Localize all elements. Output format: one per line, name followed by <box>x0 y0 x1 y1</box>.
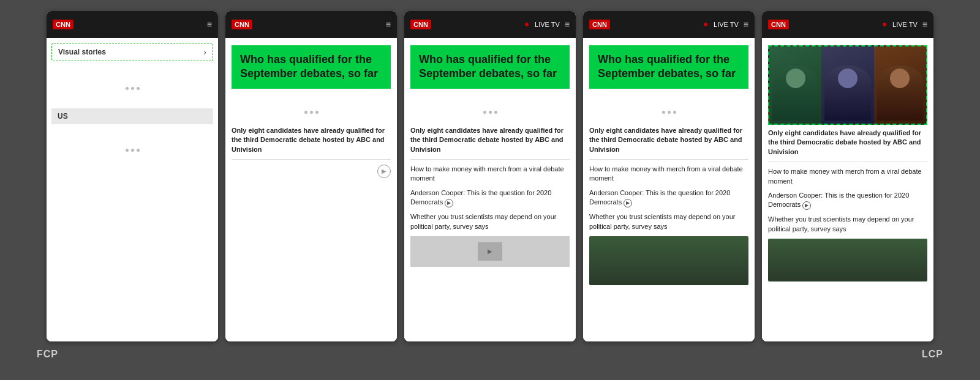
phone-3-header: CNN LIVE TV ≡ <box>404 11 576 38</box>
live-tv-label-5: LIVE TV <box>892 21 918 28</box>
article-5-2[interactable]: Anderson Cooper: This is the question fo… <box>768 191 927 210</box>
dot-5 <box>131 149 134 152</box>
visual-stories-label: Visual stories <box>58 48 106 56</box>
loading-area-4 <box>589 99 748 126</box>
phone-2-content: Who has qualified for the September deba… <box>225 38 397 189</box>
phone-4-body: Who has qualified for the September deba… <box>583 38 755 341</box>
phone-1: CNN ≡ Visual stories › US <box>47 11 218 341</box>
ld4-3 <box>673 111 676 114</box>
headline-box-2: Who has qualified for the September deba… <box>232 45 391 89</box>
hamburger-icon-2[interactable]: ≡ <box>386 20 391 29</box>
divider-5a <box>768 162 927 162</box>
cnn-logo-3: CNN <box>410 20 431 29</box>
cnn-logo-2: CNN <box>232 20 252 29</box>
live-dot-5 <box>883 23 886 26</box>
ld3 <box>315 111 318 114</box>
ld2 <box>310 111 313 114</box>
phone-3-body: Who has qualified for the September deba… <box>404 38 576 341</box>
headline-text-3: Who has qualified for the September deba… <box>419 53 561 81</box>
divider-2a <box>232 159 391 160</box>
cnn-logo-4: CNN <box>589 20 610 29</box>
loading-dots-2 <box>51 130 213 170</box>
header-right-4: LIVE TV ≡ <box>704 20 748 29</box>
loading-area-2 <box>232 99 391 126</box>
phone-5: CNN LIVE TV ≡ <box>762 11 933 341</box>
dot-1 <box>126 87 129 90</box>
loading-area-3 <box>410 99 570 126</box>
ld1 <box>304 111 307 114</box>
article-3-2[interactable]: Anderson Cooper: This is the question fo… <box>410 188 570 207</box>
divider-4a <box>589 159 748 160</box>
ld4-1 <box>662 111 665 114</box>
phone-4-header: CNN LIVE TV ≡ <box>583 11 755 38</box>
us-label: US <box>51 108 213 124</box>
hamburger-icon-4[interactable]: ≡ <box>744 20 748 29</box>
phone-4: CNN LIVE TV ≡ Who has qualified for the … <box>583 11 755 341</box>
phone-2-header: CNN ≡ <box>225 11 397 38</box>
header-right-5: LIVE TV ≡ <box>883 20 927 29</box>
phone-1-header: CNN ≡ <box>47 11 218 38</box>
video-play-2[interactable]: ▶ <box>232 165 391 178</box>
phone-2-body: Who has qualified for the September deba… <box>225 38 397 341</box>
article-3-1[interactable]: How to make money with merch from a vira… <box>410 165 570 184</box>
header-right-3: LIVE TV ≡ <box>525 20 570 29</box>
article-main-4: Only eight candidates have already quali… <box>589 126 748 154</box>
arrow-right-icon: › <box>203 47 206 57</box>
phone-4-content: Who has qualified for the September deba… <box>583 38 755 292</box>
phone-1-body: Visual stories › US <box>47 38 218 341</box>
visual-stories-bar[interactable]: Visual stories › <box>51 43 213 61</box>
ld3-3 <box>494 111 497 114</box>
article-4-2[interactable]: Anderson Cooper: This is the question fo… <box>589 188 748 207</box>
phone-5-body: Only eight candidates have already quali… <box>762 38 933 341</box>
headline-box-3: Who has qualified for the September deba… <box>410 45 570 89</box>
headline-box-4: Who has qualified for the September deba… <box>589 45 748 89</box>
lcp-label: LCP <box>922 349 943 360</box>
article-4-1[interactable]: How to make money with merch from a vira… <box>589 165 748 184</box>
ld4-2 <box>668 111 671 114</box>
dot-2 <box>131 87 134 90</box>
hamburger-icon-1[interactable]: ≡ <box>207 20 212 29</box>
live-dot-3 <box>525 23 529 26</box>
play-icon-small-3[interactable]: ▶ <box>445 199 453 207</box>
phone-5-content: Only eight candidates have already quali… <box>762 38 933 289</box>
hamburger-icon-5[interactable]: ≡ <box>922 20 927 29</box>
phone-2: CNN ≡ Who has qualified for the Septembe… <box>225 11 397 341</box>
phones-container: CNN ≡ Visual stories › US CNN ≡ <box>0 0 980 341</box>
phone-3: CNN LIVE TV ≡ Who has qualified for the … <box>404 11 576 341</box>
headline-text-4: Who has qualified for the September deba… <box>598 53 740 81</box>
phone-5-header: CNN LIVE TV ≡ <box>762 11 933 38</box>
phone-3-content: Who has qualified for the September deba… <box>404 38 576 274</box>
dot-6 <box>137 149 140 152</box>
article-5-1[interactable]: How to make money with merch from a vira… <box>768 167 927 186</box>
live-dot-4 <box>704 23 707 26</box>
play-icon-2[interactable]: ▶ <box>377 165 391 178</box>
divider-3a <box>410 159 570 160</box>
loading-dots-1 <box>51 69 213 108</box>
article-4-3[interactable]: Whether you trust scientists may depend … <box>589 212 748 231</box>
article-main-3: Only eight candidates have already quali… <box>410 126 570 154</box>
cnn-logo-5: CNN <box>768 20 789 29</box>
ld3-2 <box>489 111 492 114</box>
debate-image <box>768 45 927 125</box>
play-icon-small-5[interactable]: ▶ <box>802 201 811 210</box>
article-3-3[interactable]: Whether you trust scientists may depend … <box>410 212 570 231</box>
headline-text-2: Who has qualified for the September deba… <box>240 53 382 81</box>
fcp-label: FCP <box>37 349 58 360</box>
dot-4 <box>126 149 129 152</box>
live-tv-label-3: LIVE TV <box>535 21 560 28</box>
article-5-3[interactable]: Whether you trust scientists may depend … <box>768 215 927 234</box>
play-icon-small-4[interactable]: ▶ <box>624 199 632 207</box>
hamburger-icon-3[interactable]: ≡ <box>565 20 570 29</box>
article-main-5: Only eight candidates have already quali… <box>768 129 927 157</box>
bottom-labels: FCP LCP <box>0 341 980 360</box>
dot-3 <box>137 87 140 90</box>
ld3-1 <box>483 111 486 114</box>
live-tv-label-4: LIVE TV <box>714 21 739 28</box>
article-main-2: Only eight candidates have already quali… <box>232 126 391 154</box>
cnn-logo-1: CNN <box>53 20 74 29</box>
